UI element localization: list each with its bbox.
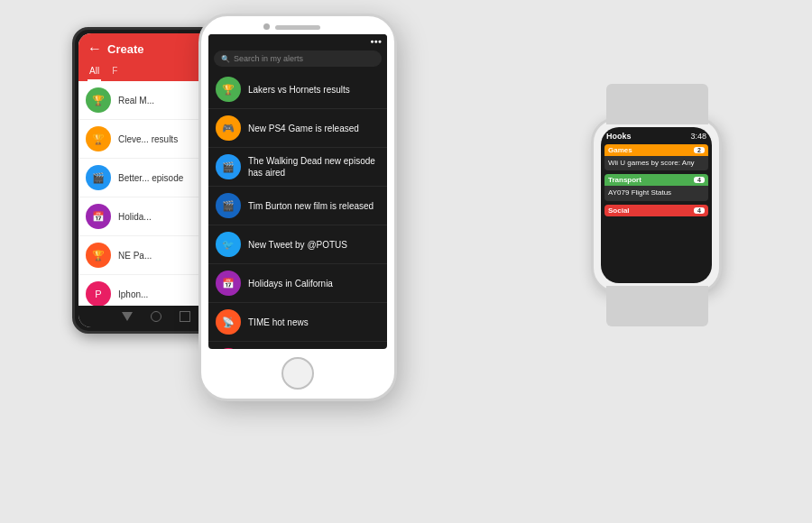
search-placeholder: Search in my alerts [234, 54, 303, 63]
item-text: Holida... [118, 211, 152, 223]
games-label: Games [608, 146, 632, 154]
item-icon: 📅 [216, 271, 241, 296]
item-icon: 📅 [86, 204, 111, 229]
iphone: ●●● 🔍 Search in my alerts 🏆 Lakers vs Ho… [198, 14, 397, 401]
item-text: The Walking Dead new episode has aired [248, 155, 380, 179]
item-text: Better... episode [118, 172, 183, 184]
item-text: Iphon... [118, 289, 148, 300]
list-item[interactable]: 🏆 Lakers vs Hornets results [208, 70, 387, 109]
apple-watch: Hooks 3:48 Games 2 Wii U games by score:… [591, 117, 722, 293]
social-header: Social 4 [604, 205, 708, 216]
list-item[interactable]: 📡 TIME hot news [208, 303, 387, 342]
tab-f[interactable]: F [110, 62, 119, 81]
social-badge: 4 [694, 207, 705, 214]
iphone-screen: ●●● 🔍 Search in my alerts 🏆 Lakers vs Ho… [208, 34, 387, 349]
item-icon: 🏆 [86, 126, 111, 151]
iphone-camera [263, 23, 270, 30]
social-label: Social [608, 206, 630, 215]
back-icon[interactable]: ← [88, 41, 102, 57]
iphone-list: 🏆 Lakers vs Hornets results 🎮 New PS4 Ga… [208, 70, 387, 349]
item-text: Holidays in California [248, 278, 333, 289]
tab-all[interactable]: All [88, 62, 101, 81]
watch-time: 3:48 [690, 132, 706, 141]
transport-badge: 4 [694, 177, 705, 183]
games-header: Games 2 [604, 144, 708, 156]
item-text: TIME hot news [248, 317, 309, 328]
list-item[interactable]: 🎬 Tim Burton new film is released [208, 187, 387, 225]
list-item[interactable]: 🎬 The Walking Dead new episode has aired [208, 148, 387, 187]
watch-app-title: Hooks [606, 132, 632, 141]
item-icon: 🎬 [216, 193, 241, 218]
list-item[interactable]: 🎮 New PS4 Game is released [208, 109, 387, 148]
item-text: New PS4 Game is released [248, 123, 359, 134]
list-item[interactable]: 🎵 U2 new music album [208, 342, 387, 349]
games-content: Wii U games by score: Any [604, 156, 708, 170]
watch-band-bottom [606, 286, 708, 326]
item-text: New Tweet by @POTUS [248, 239, 347, 251]
watch-band-top [606, 84, 708, 124]
item-text: Real M... [118, 95, 154, 106]
games-badge: 2 [694, 147, 705, 153]
watch-header: Hooks 3:48 [601, 127, 712, 142]
item-icon: 🐦 [216, 232, 241, 257]
iphone-status-bar: ●●● [208, 34, 387, 47]
watch-section-social: Social 4 [604, 205, 708, 216]
item-icon: 🎮 [216, 115, 241, 141]
transport-header: Transport 4 [604, 174, 708, 186]
item-icon: 🎬 [216, 154, 241, 179]
item-text: Tim Burton new film is released [248, 200, 374, 212]
item-icon: 🎵 [216, 348, 241, 349]
item-text: Lakers vs Hornets results [248, 84, 350, 96]
item-text: Cleve... results [118, 133, 178, 145]
item-icon: 🏆 [86, 243, 111, 268]
status-text: ●●● [370, 38, 382, 44]
watch-section-games: Games 2 Wii U games by score: Any [604, 144, 708, 170]
list-item[interactable]: 🐦 New Tweet by @POTUS [208, 225, 387, 264]
home-nav-icon[interactable] [151, 311, 161, 322]
item-icon: 🏆 [216, 77, 241, 102]
item-icon: P [86, 281, 111, 306]
list-item[interactable]: 📅 Holidays in California [208, 264, 387, 303]
item-icon: 🏆 [86, 87, 111, 113]
watch-section-transport: Transport 4 AY079 Flight Status [604, 174, 708, 200]
search-bar[interactable]: 🔍 Search in my alerts [214, 50, 382, 67]
iphone-speaker [275, 25, 320, 30]
transport-content: AY079 Flight Status [604, 186, 708, 200]
item-icon: 🎬 [86, 165, 111, 190]
recents-nav-icon[interactable] [180, 311, 190, 322]
scene: ← Create All F 🏆 Real M... 🏆 Cleve... re… [18, 9, 794, 514]
transport-label: Transport [608, 176, 641, 184]
watch-screen: Hooks 3:48 Games 2 Wii U games by score:… [601, 127, 712, 283]
back-nav-icon[interactable] [122, 312, 133, 321]
search-icon: 🔍 [221, 55, 230, 63]
iphone-home-button[interactable] [281, 357, 314, 390]
item-text: NE Pa... [118, 250, 152, 262]
item-icon: 📡 [216, 309, 241, 335]
